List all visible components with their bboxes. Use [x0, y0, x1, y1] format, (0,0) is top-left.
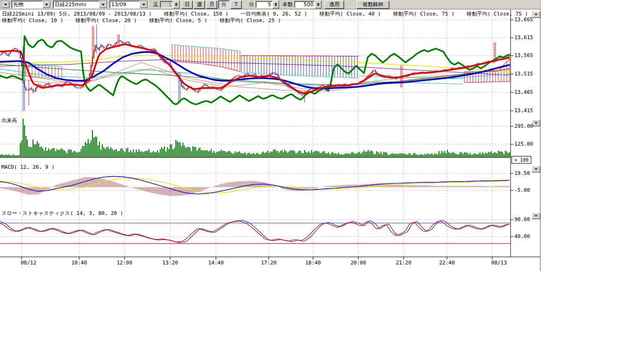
stoch-panel-label: スロー・ストキャスティクス( 14, 3, 80, 20 )	[1, 211, 123, 216]
market-type-value: 先物	[12, 1, 42, 8]
volume-multiplier-box: × 100	[512, 156, 531, 164]
time-axis-tick-label: 14:40	[208, 260, 224, 266]
time-axis-tick-label: 21:20	[396, 260, 412, 266]
chevron-down-icon	[535, 168, 537, 170]
time-axis-tick-label: 18:40	[305, 260, 321, 266]
indicator-legend-item: 移動平均( Close, 20 )	[75, 18, 137, 24]
time-axis-tick-label: 10:40	[71, 260, 87, 266]
indicator-legend-item: 移動平均( Close, 25 )	[220, 18, 281, 24]
indicator-legend-item: 移動平均( Close, 10 )	[2, 18, 63, 24]
chevron-down-icon[interactable]	[1, 1, 9, 8]
indicator-legend-item: 移動平均( Close, 150 )	[164, 11, 229, 17]
bar-interval-stepper[interactable]: 1	[160, 1, 180, 8]
time-axis-tick-label: 13:20	[162, 260, 178, 266]
time-axis-date-label: 08/13	[491, 260, 507, 266]
multi-symbol-button[interactable]: 複数銘柄	[356, 0, 389, 9]
chevron-down-icon[interactable]	[42, 1, 50, 8]
period-day-button[interactable]: 日	[182, 0, 193, 9]
spinner-icon[interactable]	[272, 0, 279, 8]
chart-style-dropdown[interactable]	[1, 0, 9, 8]
bar-count-stepper[interactable]: 500	[294, 1, 322, 8]
stoch-scale-dropdown-button[interactable]	[532, 213, 540, 219]
spinner-icon[interactable]	[315, 0, 322, 8]
macd-axis-tick-label: -5.00	[514, 188, 530, 193]
chart-application: 先物 日経225mini 13/09 足 1 日 週 月 分 T 分	[0, 0, 644, 362]
indicator-legend-item: 移動平均( Close, 75 )	[393, 11, 454, 17]
bar-count-label: 本数	[281, 1, 294, 8]
time-axis-tick-label: 17:20	[261, 260, 277, 266]
chevron-down-icon[interactable]	[140, 1, 148, 8]
time-axis-tick-label: 22:40	[439, 260, 455, 266]
indicator-legend-item: 日経225mini 13/09( 5分, 2013/08/09 - 2013/0…	[2, 11, 152, 17]
toolbar: 先物 日経225mini 13/09 足 1 日 週 月 分 T 分	[0, 0, 540, 9]
period-minute-button[interactable]: 分	[218, 0, 230, 9]
market-type-dropdown[interactable]: 先物	[11, 0, 51, 8]
chevron-down-icon[interactable]	[99, 1, 107, 8]
chevron-down-icon	[535, 14, 537, 16]
indicator-legend-row-1: 日経225mini 13/09( 5分, 2013/08/09 - 2013/0…	[2, 11, 528, 17]
volume-axis-tick-label: 125.00	[514, 141, 533, 147]
period-tick-button[interactable]: T	[231, 0, 242, 9]
period-week-button[interactable]: 週	[194, 0, 205, 9]
indicator-legend-row-2: 移動平均( Close, 10 )移動平均( Close, 20 )移動平均( …	[2, 18, 281, 24]
macd-scale-dropdown-button[interactable]	[532, 166, 540, 173]
apply-button[interactable]: 適用	[324, 0, 344, 9]
symbol-dropdown[interactable]: 日経225mini	[53, 0, 107, 8]
chevron-down-icon	[535, 122, 537, 124]
macd-axis-tick-label: 19.50	[514, 171, 530, 176]
indicator-legend-item: 移動平均( Close, 5 )	[149, 18, 207, 24]
time-axis-date-label: 08/12	[21, 260, 36, 266]
minute-value: 5	[256, 1, 272, 8]
volume-axis-tick-label: 295.00	[514, 123, 533, 129]
contract-month-dropdown[interactable]: 13/09	[109, 0, 148, 8]
stoch-axis-tick-label: 90.00	[514, 217, 530, 222]
macd-panel-label: MACD( 12, 26, 9 )	[1, 165, 55, 170]
bar-interval-value: 1	[160, 1, 173, 8]
volume-panel-label: 出来高	[1, 118, 17, 123]
indicator-legend-item: 移動平均( Close, 40 )	[320, 11, 381, 17]
chevron-down-icon	[535, 215, 537, 217]
chart-canvas	[0, 0, 644, 362]
stoch-axis-tick-label: 40.00	[514, 234, 530, 239]
price-axis-tick-label: 13,415	[514, 108, 533, 114]
minute-label: 分	[248, 1, 256, 8]
time-axis-tick-label: 20:00	[350, 260, 366, 266]
symbol-value: 日経225mini	[53, 1, 99, 8]
contract-month-value: 13/09	[110, 1, 140, 8]
price-axis-tick-label: 13,665	[514, 17, 533, 23]
price-axis-tick-label: 13,565	[514, 53, 533, 58]
period-month-button[interactable]: 月	[206, 0, 217, 9]
bar-count-value: 500	[294, 1, 315, 8]
indicator-legend-item: 一目均衡表( 9, 26, 52 )	[241, 11, 307, 17]
price-axis-tick-label: 13,515	[514, 71, 533, 77]
bar-interval-label: 足	[152, 1, 160, 8]
minute-stepper[interactable]: 5	[256, 1, 279, 8]
time-axis-tick-label: 12:00	[116, 260, 132, 266]
price-axis-tick-label: 13,615	[514, 35, 533, 41]
spinner-icon[interactable]	[173, 0, 180, 8]
price-axis-tick-label: 13,465	[514, 90, 533, 95]
